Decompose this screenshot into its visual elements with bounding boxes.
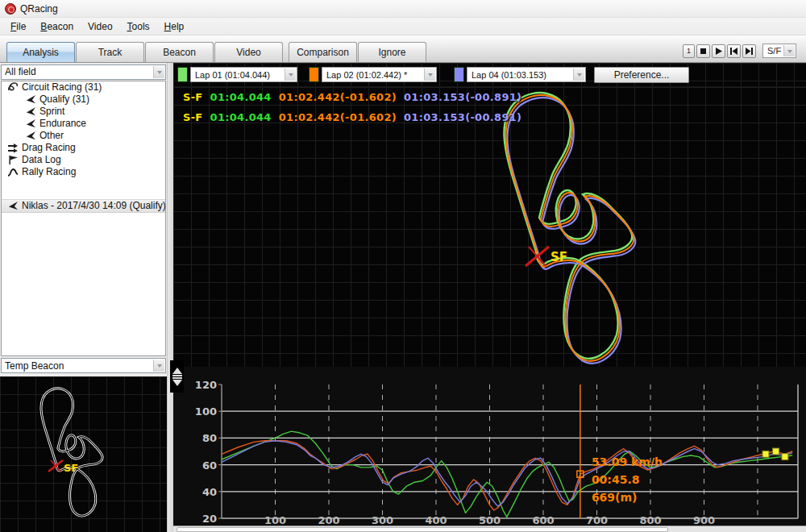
tab-ignore[interactable]: Ignore	[358, 42, 426, 62]
menu-video[interactable]: Video	[81, 19, 119, 35]
toolbar: AnalysisTrackBeaconVideoComparisonIgnore…	[0, 35, 806, 63]
svg-text:200: 200	[318, 514, 339, 525]
app-logo-icon	[5, 3, 16, 15]
svg-text:300: 300	[372, 514, 393, 525]
panel-splitter[interactable]	[167, 63, 173, 532]
rally-racing-icon	[6, 167, 19, 177]
chevron-down-icon	[573, 69, 584, 81]
tab-strip: AnalysisTrackBeaconVideoComparisonIgnore	[0, 35, 427, 62]
timing-row: S-F01:04.04401:02.442(-01.602)01:03.153(…	[183, 91, 529, 103]
lap-color-swatch	[309, 67, 319, 82]
sidebar-item-rally-racing[interactable]: Rally Racing	[2, 166, 165, 178]
lap-group-2: Lap 02 (01:02.442) *	[309, 67, 437, 82]
sidebar-item-circuit-racing-31-[interactable]: Circuit Racing (31)	[2, 81, 165, 94]
field-filter-value: All field	[5, 66, 36, 77]
chevron-down-icon	[424, 69, 435, 81]
flag-icon	[24, 131, 37, 141]
sidebar-item-other[interactable]: Other	[2, 130, 165, 142]
svg-text:700: 700	[586, 514, 608, 525]
lap-select-value: Lap 01 (01:04.044)	[195, 70, 270, 80]
lap-selector-row: Preference... Lap 01 (01:04.044)Lap 02 (…	[173, 63, 806, 87]
svg-text:100: 100	[264, 514, 286, 525]
sidebar-item-data-log[interactable]: Data Log	[2, 154, 165, 166]
tab-beacon[interactable]: Beacon	[145, 42, 214, 62]
previous-lap-button[interactable]	[727, 44, 741, 58]
chart-splitter-handle[interactable]	[170, 360, 184, 393]
sidebar-item-sprint[interactable]: Sprint	[2, 106, 165, 118]
svg-text:80: 80	[202, 432, 217, 444]
svg-text:60: 60	[202, 459, 217, 472]
lap-select-1[interactable]: Lap 01 (01:04.044)	[190, 67, 297, 82]
sidebar-item-endurance[interactable]: Endurance	[2, 118, 165, 130]
lap-color-swatch	[454, 67, 464, 82]
lap-select-2[interactable]: Lap 02 (01:02.442) *	[322, 67, 437, 82]
sf-mode-value: S/F	[767, 46, 781, 56]
field-filter-select[interactable]: All field	[1, 64, 166, 80]
flag-icon	[24, 94, 37, 105]
preference-button[interactable]: Preference...	[594, 67, 689, 83]
tab-comparison[interactable]: Comparison	[289, 42, 357, 62]
speed-chart[interactable]: 1201008060402010020030040050060070080090…	[173, 367, 806, 526]
lap-group-3: Lap 04 (01:03.153)	[454, 67, 586, 82]
svg-text:600: 600	[532, 514, 554, 525]
svg-text:100: 100	[195, 405, 217, 418]
lap-select-value: Lap 04 (01:03.153)	[472, 70, 546, 80]
track-map-canvas[interactable]: S-F01:04.04401:02.442(-01.602)01:03.153(…	[173, 87, 806, 367]
tab-analysis[interactable]: Analysis	[6, 42, 75, 62]
session-tree: Circuit Racing (31)Qualify (31)SprintEnd…	[1, 81, 166, 356]
speed-chart-svg: 1201008060402010020030040050060070080090…	[173, 367, 806, 525]
lap-group-1: Lap 01 (01:04.044)	[177, 67, 297, 82]
lap-color-swatch	[177, 67, 188, 82]
svg-text:900: 900	[693, 514, 715, 525]
collapse-down-icon[interactable]	[172, 380, 182, 391]
svg-text:800: 800	[639, 514, 661, 525]
scrollbar-thumb[interactable]	[177, 527, 668, 532]
svg-text:00:45.8: 00:45.8	[592, 473, 640, 486]
circuit-racing-icon	[6, 81, 19, 93]
chevron-down-icon	[153, 360, 164, 372]
chevron-down-icon	[783, 45, 795, 56]
svg-text:500: 500	[479, 514, 501, 525]
horizontal-scrollbar[interactable]	[173, 526, 806, 532]
timing-row: S-F01:04.04401:02.442(-01.602)01:03.153(…	[183, 111, 529, 123]
svg-text:SF: SF	[64, 462, 78, 474]
sf-mode-select[interactable]: S/F	[762, 44, 796, 58]
sidebar-item-drag-racing[interactable]: Drag Racing	[2, 142, 165, 154]
main-area: Preference... Lap 01 (01:04.044)Lap 02 (…	[173, 63, 806, 532]
menu-bar: FileBeaconVideoToolsHelp	[0, 18, 806, 35]
lap-timing-overlay: S-F01:04.04401:02.442(-01.602)01:03.153(…	[183, 91, 529, 131]
lap-select-value: Lap 02 (01:02.442) *	[326, 70, 407, 80]
menu-file[interactable]: File	[3, 19, 33, 35]
frame-step-button[interactable]: 1	[683, 44, 695, 58]
splitter-grip-icon	[172, 375, 182, 379]
menu-tools[interactable]: Tools	[120, 19, 157, 35]
svg-text:SF: SF	[550, 250, 567, 264]
flag-icon	[24, 106, 37, 117]
svg-text:53.09 km/h: 53.09 km/h	[592, 455, 663, 468]
svg-text:120: 120	[195, 379, 217, 391]
beacon-filter-value: Temp Beacon	[5, 360, 64, 372]
svg-text:40: 40	[202, 486, 217, 498]
lap-select-3[interactable]: Lap 04 (01:03.153)	[467, 67, 586, 82]
collapse-up-icon[interactable]	[172, 363, 182, 374]
session-item-selected[interactable]: Niklas - 2017/4/30 14:09 (Qualify)	[2, 199, 165, 213]
app-window: QRacing FileBeaconVideoToolsHelp Analysi…	[0, 0, 806, 532]
next-lap-button[interactable]	[742, 44, 756, 58]
flag-icon	[6, 201, 19, 211]
menu-help[interactable]: Help	[157, 19, 192, 35]
left-panel: All field Circuit Racing (31)Qualify (31…	[0, 63, 173, 532]
chevron-down-icon	[285, 69, 296, 81]
session-label: Niklas - 2017/4/30 14:09 (Qualify)	[22, 200, 166, 211]
title-bar: QRacing	[0, 0, 806, 18]
tab-video[interactable]: Video	[214, 42, 283, 62]
svg-text:20: 20	[202, 513, 217, 525]
beacon-filter-select[interactable]: Temp Beacon	[1, 358, 166, 373]
tab-track[interactable]: Track	[76, 42, 144, 62]
svg-text:669(m): 669(m)	[592, 491, 638, 504]
menu-beacon[interactable]: Beacon	[33, 19, 81, 35]
stop-button[interactable]	[696, 44, 710, 58]
sidebar-item-qualify-31-[interactable]: Qualify (31)	[2, 94, 165, 106]
play-button[interactable]	[712, 44, 725, 58]
flag-icon	[24, 118, 37, 129]
mini-track-svg: SF	[0, 376, 167, 530]
